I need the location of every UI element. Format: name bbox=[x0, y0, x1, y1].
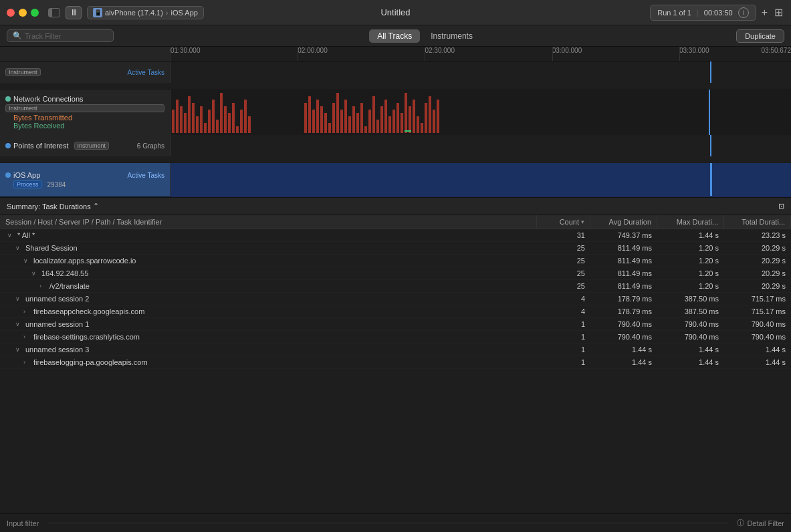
th-session[interactable]: Session / Host / Server IP / Path / Task… bbox=[0, 215, 537, 229]
tree-toggle-0[interactable]: ∨ bbox=[7, 232, 15, 239]
td-count-3: 25 bbox=[537, 267, 590, 279]
track-filter-search[interactable]: 🔍 Track Filter bbox=[7, 29, 114, 42]
th-total[interactable]: Total Durati... bbox=[724, 215, 791, 229]
table-row: ∨ localizator.apps.sparrowcode.io 25 811… bbox=[0, 255, 791, 267]
svg-rect-18 bbox=[244, 100, 247, 133]
td-total-2: 20.29 s bbox=[724, 255, 791, 267]
svg-rect-28 bbox=[336, 93, 339, 133]
svg-rect-16 bbox=[236, 126, 239, 133]
tree-toggle-1[interactable]: ∨ bbox=[15, 245, 23, 251]
svg-rect-25 bbox=[324, 113, 327, 133]
layout-button[interactable]: ⊞ bbox=[773, 5, 784, 20]
th-max[interactable]: Max Durati... bbox=[657, 215, 724, 229]
td-avg-3: 811.49 ms bbox=[590, 267, 657, 279]
maximize-button[interactable] bbox=[31, 9, 39, 17]
pause-button[interactable]: ⏸ bbox=[66, 6, 82, 19]
svg-rect-6 bbox=[196, 116, 199, 133]
svg-rect-14 bbox=[228, 113, 231, 133]
svg-rect-15 bbox=[232, 103, 235, 133]
svg-rect-8 bbox=[204, 123, 207, 133]
ios-dot bbox=[5, 172, 11, 178]
device-info: 📱 aivPhone (17.4.1) › iOS App bbox=[87, 6, 204, 19]
network-chart bbox=[171, 90, 791, 135]
poi-badge[interactable]: Instrument bbox=[74, 142, 110, 150]
td-count-5: 4 bbox=[537, 293, 590, 305]
tree-toggle-2[interactable]: ∨ bbox=[23, 257, 31, 264]
tree-toggle-4[interactable]: › bbox=[39, 283, 47, 289]
tab-all-tracks[interactable]: All Tracks bbox=[369, 29, 420, 43]
svg-rect-35 bbox=[364, 126, 367, 133]
tree-toggle-7[interactable]: ∨ bbox=[15, 321, 23, 327]
tree-toggle-8[interactable]: › bbox=[23, 334, 31, 340]
duplicate-button[interactable]: Duplicate bbox=[736, 29, 784, 43]
td-total-4: 20.29 s bbox=[724, 280, 791, 292]
ios-badge[interactable]: Process bbox=[13, 180, 42, 188]
tree-toggle-10[interactable]: › bbox=[23, 359, 31, 366]
svg-rect-4 bbox=[188, 96, 191, 133]
svg-rect-45 bbox=[405, 93, 407, 133]
td-count-4: 25 bbox=[537, 280, 590, 292]
td-session-0: ∨ * All * bbox=[0, 229, 537, 241]
td-max-3: 1.20 s bbox=[657, 267, 724, 279]
svg-rect-21 bbox=[308, 96, 311, 133]
td-max-0: 1.44 s bbox=[657, 229, 724, 241]
th-avg[interactable]: Avg Duration bbox=[590, 215, 657, 229]
bytes-received-label: Bytes Received bbox=[13, 122, 164, 130]
td-session-1: ∨ Shared Session bbox=[0, 242, 537, 254]
instrument-badge[interactable]: Instrument bbox=[5, 68, 41, 76]
ios-app-track: iOS App Active Tasks Process 29384 bbox=[0, 163, 791, 196]
svg-rect-31 bbox=[348, 116, 351, 133]
tree-toggle-6[interactable]: › bbox=[23, 308, 31, 315]
row-name-7: unnamed session 1 bbox=[25, 320, 89, 328]
svg-rect-46 bbox=[409, 106, 411, 133]
svg-rect-9 bbox=[208, 110, 211, 133]
table-row: ∨ * All * 31 749.37 ms 1.44 s 23.23 s bbox=[0, 229, 791, 242]
tree-toggle-9[interactable]: ∨ bbox=[15, 346, 23, 353]
bytes-transmitted-label: Bytes Transmitted bbox=[13, 114, 164, 122]
tree-toggle-5[interactable]: ∨ bbox=[15, 295, 23, 302]
tree-toggle-3[interactable]: ∨ bbox=[31, 270, 39, 277]
td-session-5: ∨ unnamed session 2 bbox=[0, 293, 537, 305]
th-count[interactable]: Count ▾ bbox=[537, 215, 590, 229]
summary-title-button[interactable]: Summary: Task Durations ⌃ bbox=[7, 202, 99, 211]
td-avg-0: 749.37 ms bbox=[590, 229, 657, 241]
ruler-mark-0: 01:30.000 bbox=[171, 47, 201, 54]
ruler: 01:30.000 02:00.000 02:30.000 03:00.000 … bbox=[171, 47, 791, 61]
tab-instruments[interactable]: Instruments bbox=[423, 29, 481, 43]
table-row: ∨ unnamed session 2 4 178.79 ms 387.50 m… bbox=[0, 293, 791, 305]
detail-filter-label: Detail Filter bbox=[747, 519, 784, 527]
ruler-mark-1: 02:00.000 bbox=[298, 47, 328, 54]
svg-rect-2 bbox=[180, 106, 183, 133]
table-row: › firebaseappcheck.googleapis.com 4 178.… bbox=[0, 305, 791, 318]
svg-rect-41 bbox=[388, 116, 391, 133]
minimize-button[interactable] bbox=[19, 9, 27, 17]
close-button[interactable] bbox=[7, 9, 15, 17]
info-button[interactable]: i bbox=[738, 7, 749, 18]
app-name: iOS App bbox=[171, 9, 198, 17]
network-badge[interactable]: Instrument bbox=[5, 104, 164, 112]
svg-rect-24 bbox=[320, 106, 323, 133]
td-session-7: ∨ unnamed session 1 bbox=[0, 318, 537, 330]
expand-icon[interactable]: ⊡ bbox=[778, 202, 784, 211]
device-icon: 📱 bbox=[93, 8, 102, 17]
row-name-6: firebaseappcheck.googleapis.com bbox=[33, 307, 144, 315]
td-session-2: ∨ localizator.apps.sparrowcode.io bbox=[0, 255, 537, 267]
svg-rect-36 bbox=[368, 110, 371, 133]
td-avg-5: 178.79 ms bbox=[590, 293, 657, 305]
svg-rect-10 bbox=[212, 100, 215, 133]
add-track-button[interactable]: + bbox=[760, 5, 769, 20]
svg-rect-11 bbox=[216, 120, 219, 133]
td-total-5: 715.17 ms bbox=[724, 293, 791, 305]
svg-rect-52 bbox=[433, 110, 435, 133]
sidebar-header bbox=[0, 47, 171, 61]
table-row: ∨ Shared Session 25 811.49 ms 1.20 s 20.… bbox=[0, 242, 791, 255]
ruler-mark-3: 03:00.000 bbox=[552, 47, 582, 54]
svg-rect-33 bbox=[356, 113, 359, 133]
sidebar-toggle[interactable] bbox=[48, 8, 60, 17]
td-count-8: 1 bbox=[537, 331, 590, 343]
svg-rect-39 bbox=[380, 106, 383, 133]
td-max-6: 387.50 ms bbox=[657, 305, 724, 317]
td-avg-10: 1.44 s bbox=[590, 356, 657, 368]
chevron-icon: ⌃ bbox=[93, 202, 99, 211]
td-count-2: 25 bbox=[537, 255, 590, 267]
